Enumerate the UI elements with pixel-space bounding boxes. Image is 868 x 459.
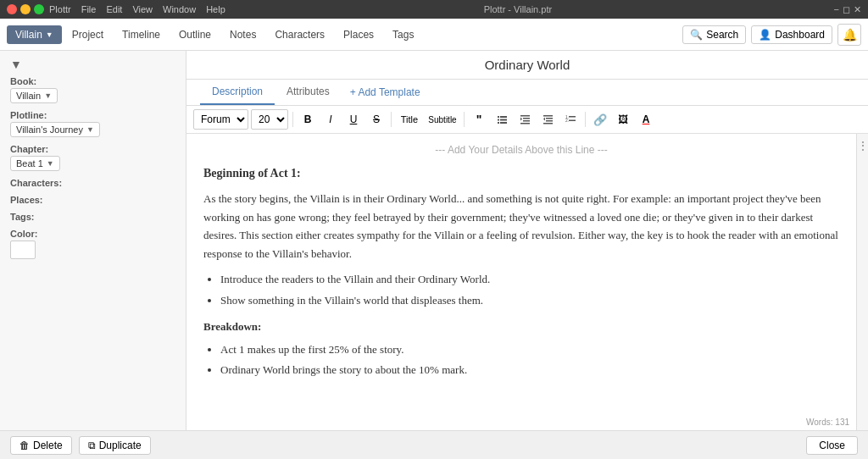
svg-rect-0 xyxy=(498,116,499,118)
minimize-window-btn[interactable] xyxy=(20,4,31,14)
bullet-list-1: Introduce the readers to the Villain and… xyxy=(220,271,839,310)
editor-container[interactable]: --- Add Your Details Above this Line ---… xyxy=(186,134,856,430)
nav-characters[interactable]: Characters xyxy=(266,25,333,44)
blockquote-button[interactable]: " xyxy=(469,109,489,130)
list-item: Act 1 makes up the first 25% of the stor… xyxy=(220,341,839,359)
nav-project[interactable]: Project xyxy=(64,25,112,44)
editor-toolbar: Forum 20 B I U S Title Subtitle " xyxy=(186,106,868,134)
svg-rect-11 xyxy=(543,115,553,117)
svg-rect-9 xyxy=(520,123,530,124)
nav-tags[interactable]: Tags xyxy=(384,25,422,44)
svg-text:2.: 2. xyxy=(565,118,569,123)
image-button[interactable]: 🖼 xyxy=(613,109,633,130)
menu-view[interactable]: View xyxy=(132,4,153,14)
italic-button[interactable]: I xyxy=(320,109,341,130)
characters-label: Characters: xyxy=(10,178,175,188)
book-label: Book: xyxy=(10,76,175,86)
bottom-left-actions: 🗑 Delete ⧉ Duplicate xyxy=(10,436,151,455)
title-bar: Plottr File Edit View Window Help Plottr… xyxy=(0,0,868,19)
list-item: Show something in the Villain's world th… xyxy=(220,292,839,310)
strikethrough-button[interactable]: S xyxy=(366,109,387,130)
plotline-value: Villain's Journey xyxy=(16,124,83,135)
menu-help[interactable]: Help xyxy=(206,4,225,14)
breakdown-heading: Breakdown: xyxy=(203,318,839,336)
tab-add-template[interactable]: + Add Template xyxy=(342,80,429,104)
book-dropdown[interactable]: Villain ▼ xyxy=(10,88,58,103)
chapter-label: Chapter: xyxy=(10,144,175,154)
filter-icon[interactable]: ▼ xyxy=(10,58,175,71)
search-button[interactable]: 🔍 Search xyxy=(682,25,746,44)
user-icon: 👤 xyxy=(759,29,771,41)
indent-right-icon xyxy=(520,114,531,125)
win-restore-icon[interactable]: ◻ xyxy=(843,4,850,15)
toolbar-divider-1 xyxy=(292,112,293,127)
color-field: Color: xyxy=(10,229,175,259)
link-button[interactable]: 🔗 xyxy=(590,109,610,130)
trash-icon: 🗑 xyxy=(19,440,30,451)
win-close-icon[interactable]: ✕ xyxy=(854,4,861,15)
window-title: Plottr - Villain.ptr xyxy=(484,4,553,14)
nav-notes[interactable]: Notes xyxy=(221,25,264,44)
svg-rect-2 xyxy=(498,119,499,120)
indent-left-icon xyxy=(542,114,554,125)
color-picker[interactable] xyxy=(10,241,36,259)
close-button[interactable]: Close xyxy=(806,436,858,455)
chapter-value: Beat 1 xyxy=(16,158,43,169)
bold-button[interactable]: B xyxy=(298,109,318,130)
font-size-select[interactable]: 20 xyxy=(251,109,288,130)
plotline-caret: ▼ xyxy=(86,125,94,134)
list-unordered-icon xyxy=(497,114,508,125)
toolbar-divider-4 xyxy=(585,112,586,127)
subtitle-button[interactable]: Subtitle xyxy=(426,109,459,130)
chapter-caret: ▼ xyxy=(47,159,54,168)
svg-marker-15 xyxy=(543,117,545,120)
tags-label: Tags: xyxy=(10,212,175,222)
places-field: Places: xyxy=(10,195,175,205)
title-button[interactable]: Title xyxy=(396,109,423,130)
nav-timeline[interactable]: Timeline xyxy=(114,25,169,44)
kebab-menu-icon[interactable]: ⋮ xyxy=(855,137,869,154)
tab-description[interactable]: Description xyxy=(200,80,275,105)
unordered-list-button[interactable] xyxy=(492,109,512,130)
word-count: Words: 131 xyxy=(806,418,849,427)
nav-villain-caret: ▼ xyxy=(46,30,53,39)
toolbar-divider-3 xyxy=(464,112,465,127)
menu-edit[interactable]: Edit xyxy=(106,4,122,14)
duplicate-button[interactable]: ⧉ Duplicate xyxy=(79,436,151,455)
indent-decrease-button[interactable] xyxy=(537,109,558,130)
tab-attributes[interactable]: Attributes xyxy=(275,80,342,105)
menu-window[interactable]: Window xyxy=(163,4,196,14)
nav-outline[interactable]: Outline xyxy=(170,25,220,44)
indent-increase-button[interactable] xyxy=(515,109,535,130)
notification-button[interactable]: 🔔 xyxy=(837,24,861,46)
close-window-btn[interactable] xyxy=(7,4,17,14)
duplicate-label: Duplicate xyxy=(99,440,142,451)
menu-plottr[interactable]: Plottr xyxy=(49,4,71,14)
nav-villain-dropdown[interactable]: Villain ▼ xyxy=(7,25,62,44)
list-item: Introduce the readers to the Villain and… xyxy=(220,271,839,289)
add-details-line: --- Add Your Details Above this Line --- xyxy=(203,144,839,156)
chapter-field: Chapter: Beat 1 ▼ xyxy=(10,144,175,171)
places-label: Places: xyxy=(10,195,175,205)
delete-button[interactable]: 🗑 Delete xyxy=(10,436,72,455)
svg-rect-8 xyxy=(523,120,530,122)
duplicate-icon: ⧉ xyxy=(88,440,96,451)
svg-rect-1 xyxy=(500,116,507,118)
ordered-list-button[interactable]: 1. 2. xyxy=(560,109,581,130)
nav-places[interactable]: Places xyxy=(335,25,382,44)
font-family-select[interactable]: Forum xyxy=(193,109,248,130)
chapter-dropdown[interactable]: Beat 1 ▼ xyxy=(10,156,60,171)
underline-button[interactable]: U xyxy=(343,109,364,130)
text-color-button[interactable]: A xyxy=(636,109,656,130)
win-minimize-icon[interactable]: − xyxy=(834,4,839,15)
maximize-window-btn[interactable] xyxy=(34,4,44,14)
svg-marker-10 xyxy=(520,117,522,120)
menu-file[interactable]: File xyxy=(81,4,97,14)
delete-label: Delete xyxy=(33,440,63,451)
svg-rect-6 xyxy=(520,115,530,117)
bottom-bar: 🗑 Delete ⧉ Duplicate Close xyxy=(0,430,868,459)
dashboard-button[interactable]: 👤 Dashboard xyxy=(751,25,832,44)
plotline-dropdown[interactable]: Villain's Journey ▼ xyxy=(10,122,100,137)
toolbar-divider-2 xyxy=(391,112,392,127)
book-caret: ▼ xyxy=(44,91,52,100)
